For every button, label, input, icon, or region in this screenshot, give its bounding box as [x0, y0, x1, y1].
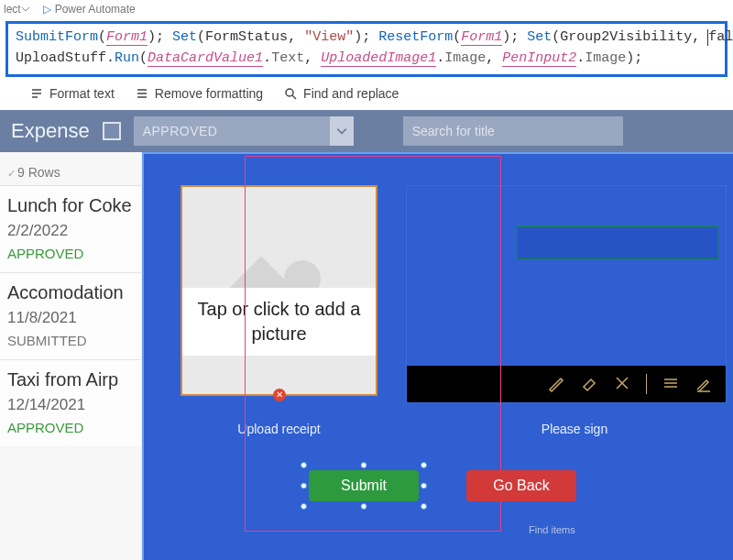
expense-list: 9 Rows Lunch for Coke 2/2/2022 APPROVED …	[0, 152, 142, 560]
flow-icon: ▷	[43, 3, 51, 16]
main: 9 Rows Lunch for Coke 2/2/2022 APPROVED …	[0, 152, 733, 560]
pen-width-icon[interactable]	[662, 374, 680, 395]
list-item[interactable]: Accomodation 11/8/2021 SUBMITTED	[0, 272, 141, 359]
chevron-down-icon	[21, 5, 30, 14]
sign-caption: Please sign	[455, 422, 694, 436]
list-item-title: Lunch for Coke	[7, 195, 134, 216]
pen-sign-icon[interactable]	[695, 374, 713, 395]
ribbon-item-select[interactable]: lect	[4, 3, 30, 16]
pen-clear-icon[interactable]	[613, 374, 631, 395]
list-item-date: 2/2/2022	[7, 222, 134, 240]
approved-checkbox[interactable]	[103, 122, 121, 140]
list-item-title: Taxi from Airp	[7, 369, 134, 390]
find-items-label: Find items	[529, 524, 575, 535]
format-icon	[29, 86, 44, 101]
pen-draw-icon[interactable]	[547, 374, 565, 395]
ribbon: lect ▷ Power Automate	[0, 0, 733, 18]
status-dropdown[interactable]: APPROVED	[134, 116, 354, 146]
list-item[interactable]: Taxi from Airp 12/14/2021 APPROVED	[0, 359, 141, 446]
find-replace-button[interactable]: Find and replace	[283, 86, 399, 101]
pen-erase-icon[interactable]	[580, 374, 598, 395]
pen-input-field[interactable]	[517, 226, 718, 259]
list-item-status: APPROVED	[7, 246, 134, 261]
chevron-down-icon	[330, 116, 354, 146]
ribbon-item-power-automate[interactable]: ▷ Power Automate	[43, 3, 136, 16]
app-header: Expense APPROVED Search for title	[0, 110, 733, 152]
list-item-status: SUBMITTED	[7, 333, 134, 348]
search-input[interactable]: Search for title	[403, 116, 623, 146]
editor-toolbar: Format text Remove formatting Find and r…	[0, 77, 733, 110]
svg-point-0	[286, 89, 293, 96]
formula-bar[interactable]: SubmitForm(Form1); Set(FormStatus, "View…	[5, 21, 728, 77]
list-item-date: 12/14/2021	[7, 396, 134, 414]
page-title: Expense	[11, 119, 90, 143]
remove-format-icon	[135, 86, 149, 101]
list-item-status: APPROVED	[7, 420, 134, 435]
caret-icon	[707, 29, 708, 46]
separator	[646, 374, 647, 394]
go-back-button[interactable]: Go Back	[466, 470, 576, 501]
list-item[interactable]: Lunch for Coke 2/2/2022 APPROVED	[0, 185, 141, 272]
rows-count: 9 Rows	[0, 156, 141, 185]
search-icon	[283, 86, 298, 101]
remove-formatting-button[interactable]: Remove formatting	[135, 86, 263, 101]
submit-button[interactable]: Submit	[309, 470, 419, 501]
list-item-title: Accomodation	[7, 282, 134, 303]
format-text-button[interactable]: Format text	[29, 86, 115, 101]
form-canvas: Tap or click to add a picture ✕ Upload r…	[142, 152, 733, 560]
list-item-date: 11/8/2021	[7, 309, 134, 327]
